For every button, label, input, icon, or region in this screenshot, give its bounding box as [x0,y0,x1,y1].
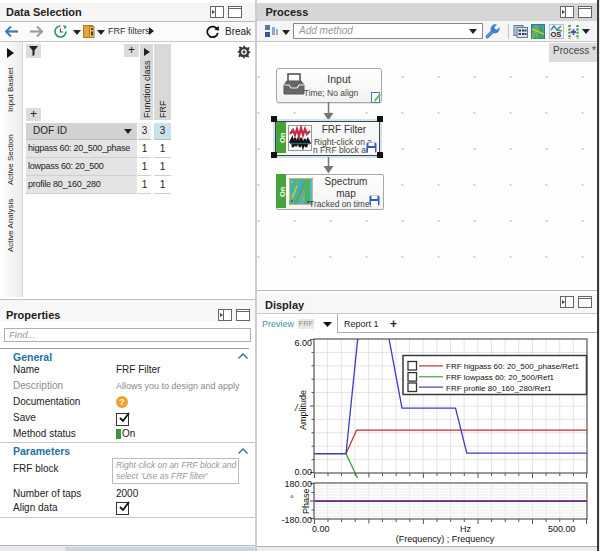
svg-text:-180.00: -180.00 [281,515,312,525]
svg-text:FRF higpass 60: 20_500_phase/R: FRF higpass 60: 20_500_phase/Ref1 [446,362,580,371]
svg-text:Phase: Phase [301,488,311,514]
svg-text:500.00: 500.00 [548,524,576,534]
svg-text:FRF profile 80_160_280/Ref1: FRF profile 80_160_280/Ref1 [446,384,552,393]
svg-text:°: ° [290,494,294,504]
svg-text:Amplitude: Amplitude [298,390,308,430]
svg-text:FRF lowpass 60: 20_500/Ref1: FRF lowpass 60: 20_500/Ref1 [446,373,555,382]
svg-text:6.00: 6.00 [294,338,312,348]
svg-text:Hz: Hz [460,524,471,534]
svg-text:(Frequency) ; Frequency: (Frequency) ; Frequency [396,534,495,544]
svg-text:0.00: 0.00 [312,524,330,534]
svg-text:OS: OS [551,30,562,39]
svg-text:0.00: 0.00 [294,467,312,477]
svg-text:180.00: 180.00 [284,479,312,489]
